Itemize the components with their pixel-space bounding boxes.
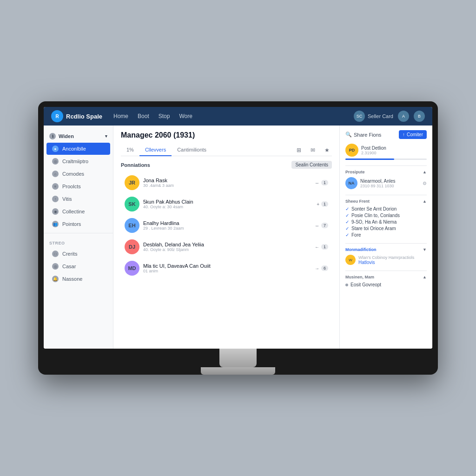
right-panel-header: 🔍 Share Fions ↑ Comiter (345, 130, 427, 139)
search-area[interactable]: 🔍 Share Fions (345, 132, 381, 138)
avatar-extra-1: A (398, 111, 409, 122)
nav-items: Home Boot Stop Wore (113, 111, 354, 121)
check-icon-5: ✓ (345, 232, 349, 238)
sidebar-label-5: Vitis (62, 196, 72, 202)
checklist-item-2: ✓ Posie Clin to, Conlands (345, 213, 427, 218)
prosipute-title: Prosipute ▲ (345, 170, 427, 174)
sidebar-icon-5: ↑ (52, 196, 59, 202)
nav-item-wore[interactable]: Wore (179, 111, 192, 121)
sidebar-label-1: Anconlblle (62, 146, 86, 152)
sidebar-icon-9: ◎ (52, 263, 59, 270)
sidebar-label-6: Collectine (62, 209, 85, 214)
contact-item[interactable]: EH Enalhy Hardlina 29 . Levrean 30 2aam … (121, 215, 332, 236)
badge-4: 1 (321, 244, 328, 250)
sidebar-item-proolcts[interactable]: ≡ Proolcts (46, 180, 110, 192)
musinen-item: Eosit Govreopt (350, 282, 381, 287)
nav-item-home[interactable]: Home (113, 111, 128, 121)
nav-item-stop[interactable]: Stop (159, 111, 170, 121)
prosipute-section: Prosipute ▲ NA Niearmool, Anles 2310 89 … (345, 170, 427, 189)
search-contents-button[interactable]: Sealin Contents (291, 161, 332, 169)
post-section: PD Post Detlion 2.31900 (345, 144, 427, 160)
grid-icon[interactable]: ⊞ (294, 145, 304, 155)
sidebar-item-collectine[interactable]: ◉ Collectine (46, 205, 110, 218)
monitor-stand (219, 349, 257, 367)
sidebar-item-vitis[interactable]: ↑ Vitis (46, 193, 110, 205)
section-divider-1 (345, 165, 427, 166)
tab-percent[interactable]: 1% (121, 144, 139, 156)
logo-text: Rcdlio Spale (66, 113, 102, 120)
content-area: Managec 2060 (1931) 1% Cllevvers Cantimi… (113, 126, 339, 349)
checklist-text-1: Sonter Se Arnt Dorion (351, 206, 397, 212)
sidebar-item-craltmiiptro[interactable]: ◎ Craltmiiptro (46, 155, 110, 167)
arrow-icon-1: ↔ (315, 180, 319, 185)
contact-item[interactable]: DJ Desblah, Deland Jea Yeliia 40. Ooyte … (121, 237, 332, 257)
contact-info-4: Desblah, Deland Jea Yeliia 40. Ooyte a: … (143, 242, 311, 252)
post-info: Post Detlion 2.31900 (361, 145, 386, 155)
sidebar-icon-2: ◎ (52, 158, 59, 165)
tab-cllevvers[interactable]: Cllevvers (139, 144, 172, 156)
nav-item-boot[interactable]: Boot (138, 111, 149, 121)
tab-icons: ⊞ ✉ ★ (294, 145, 332, 155)
monmad-avatar: W (345, 255, 356, 265)
avatar-jona: JR (125, 175, 139, 190)
contact-name-4: Desblah, Deland Jea Yeliia (143, 242, 311, 247)
menu-dot (345, 284, 348, 286)
settings-icon[interactable]: ⚙ (423, 181, 427, 186)
action-button[interactable]: ↑ Comiter (399, 130, 427, 139)
sidebar-item-pointors[interactable]: 👥 Pointors (46, 218, 110, 230)
check-icon-4: ✓ (345, 226, 349, 231)
search-label: Share Fions (354, 132, 381, 138)
sidebar-icon-4: ≡ (52, 183, 59, 190)
monitor-frame: R Rcdlio Spale Home Boot Stop Wore SC Se… (38, 101, 438, 375)
nav-right: SC Seller Card A B (354, 111, 425, 122)
chevron-musinen: ▲ (423, 275, 427, 279)
mail-icon[interactable]: ✉ (308, 145, 318, 155)
avatar-enalhy: EH (125, 218, 139, 233)
sidebar-header[interactable]: ℹ Widen ▾ (44, 130, 113, 142)
sidebar-item-crerits[interactable]: □ Crerits (46, 248, 110, 260)
sheen-front-title: Sheeu Frent ▲ (345, 199, 427, 204)
contact-item[interactable]: JR Jona Rask 30 .4am& 3 aam ↔ 1 (121, 172, 332, 193)
contact-action-4: ← 1 (315, 244, 328, 250)
prosipute-name: Niearmool, Anles (360, 178, 396, 184)
contact-info-2: 5kun Pak Abhus Clain 40. Ooyte a: 30 4sa… (143, 199, 313, 209)
top-nav: R Rcdlio Spale Home Boot Stop Wore SC Se… (44, 107, 432, 126)
monmad-link[interactable]: Hatlovis (358, 260, 414, 265)
sidebar: ℹ Widen ▾ ● Anconlblle ◎ Craltmiiptro (44, 126, 113, 349)
check-icon-3: ✓ (345, 219, 349, 225)
contact-item[interactable]: SK 5kun Pak Abhus Clain 40. Ooyte a: 30 … (121, 194, 332, 214)
page-title: Managec 2060 (1931) (121, 131, 195, 139)
contact-action-3: ↔ 7 (315, 223, 328, 228)
tab-cantimilionts[interactable]: Cantimilionts (172, 144, 212, 156)
monmadifiction-action: W Wlan's Cobinoy Hamrpractiols Hatlovis (345, 255, 427, 265)
sidebar-icon-8: □ (52, 251, 59, 257)
search-icon: 🔍 (345, 132, 352, 138)
sidebar-icon-10: 🔔 (52, 276, 59, 282)
badge-3: 7 (321, 223, 328, 228)
star-icon[interactable]: ★ (322, 145, 332, 155)
sheen-front-section: Sheeu Frent ▲ ✓ Sonter Se Arnt Dorion ✓ … (345, 199, 427, 238)
contact-info-3: Enalhy Hardlina 29 . Levrean 30 2aam (143, 220, 311, 231)
avatar-desblah: DJ (125, 239, 139, 254)
badge-1: 1 (321, 180, 328, 185)
checklist-text-3: 9-SO, Ha An & Niema (351, 219, 397, 225)
prosipute-avatar: NA (345, 177, 357, 189)
tabs-bar: 1% Cllevvers Cantimilionts ⊞ ✉ ★ (121, 144, 332, 156)
sidebar-icon-6: ◉ (52, 208, 59, 215)
contact-time-1: 30 .4am& 3 aam (143, 183, 311, 188)
arrow-icon-5: → (315, 266, 319, 271)
checklist-item-1: ✓ Sonter Se Arnt Dorion (345, 206, 427, 212)
sidebar-item-anconlblle[interactable]: ● Anconlblle (46, 143, 110, 155)
list-header: Ponniations Sealin Contents (121, 161, 332, 169)
avatar-mla: MD (125, 261, 139, 276)
sidebar-item-nassone[interactable]: 🔔 Nassone (46, 273, 110, 285)
sidebar-item-comodes[interactable]: ⌂ Comodes (46, 168, 110, 180)
arrow-icon-4: ← (315, 245, 319, 250)
chevron-icon: ▾ (105, 134, 107, 139)
check-icon-1: ✓ (345, 206, 349, 212)
sidebar-item-casar[interactable]: ◎ Casar (46, 260, 110, 272)
musinen-menu-item[interactable]: Eosit Govreopt (345, 282, 427, 287)
monmad-user: Wlan's Cobinoy Hamrpractiols (358, 255, 414, 260)
sidebar-icon-7: 👥 (52, 221, 59, 227)
contact-item[interactable]: MD Mla tic UI, DaveavA Can Ouiit 01 anim… (121, 258, 332, 278)
